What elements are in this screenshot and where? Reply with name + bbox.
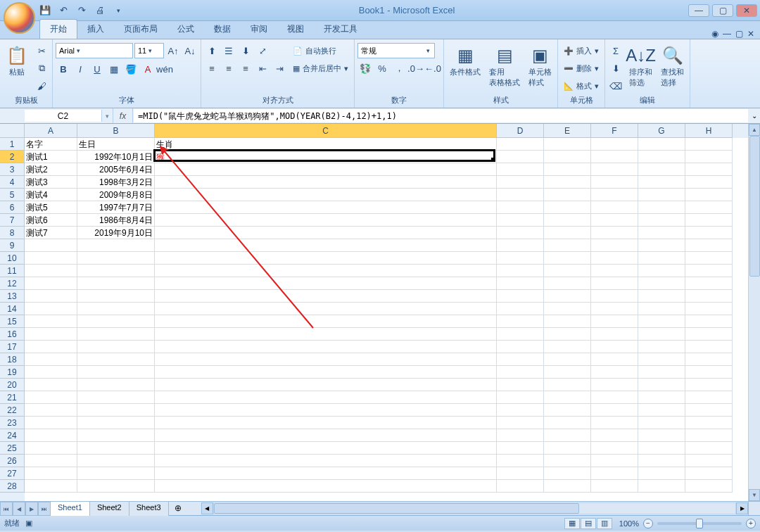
align-top-icon[interactable]: ⬆ — [204, 43, 220, 58]
cell-G16[interactable] — [638, 328, 685, 341]
cell-C15[interactable] — [155, 315, 497, 328]
cell-D1[interactable] — [497, 138, 544, 151]
cell-E13[interactable] — [544, 290, 591, 303]
fx-button[interactable]: fx — [113, 108, 133, 123]
row-header-25[interactable]: 25 — [0, 442, 25, 455]
row-header-8[interactable]: 8 — [0, 227, 25, 239]
cell-A12[interactable] — [25, 277, 77, 290]
cell-D26[interactable] — [497, 455, 544, 467]
row-header-27[interactable]: 27 — [0, 467, 25, 480]
ribbon-tab-5[interactable]: 审阅 — [241, 20, 277, 39]
cell-F12[interactable] — [591, 277, 638, 290]
zoom-out-icon[interactable]: − — [643, 519, 653, 528]
cell-E21[interactable] — [544, 391, 591, 404]
row-header-28[interactable]: 28 — [0, 480, 25, 493]
cell-B4[interactable]: 1998年3月2日 — [77, 176, 155, 189]
cell-H10[interactable] — [685, 252, 733, 265]
col-header-A[interactable]: A — [25, 124, 77, 138]
cell-C6[interactable] — [155, 201, 497, 214]
sheet-nav-prev-icon[interactable]: ◀ — [13, 502, 25, 516]
cell-E8[interactable] — [544, 227, 591, 239]
cell-B19[interactable] — [77, 366, 155, 379]
spreadsheet-grid[interactable]: ABCDEFGH 1234567891011121314151617181920… — [0, 124, 760, 501]
cell-B28[interactable] — [77, 480, 155, 493]
cell-C4[interactable] — [155, 176, 497, 189]
number-format-combo[interactable]: 常规▾ — [357, 43, 435, 58]
cell-E27[interactable] — [544, 467, 591, 480]
sheet-nav-next-icon[interactable]: ▶ — [25, 502, 38, 516]
cell-F21[interactable] — [591, 391, 638, 404]
cell-G14[interactable] — [638, 303, 685, 315]
cell-F11[interactable] — [591, 265, 638, 277]
row-header-22[interactable]: 22 — [0, 404, 25, 417]
cell-H6[interactable] — [685, 201, 733, 214]
cell-G11[interactable] — [638, 265, 685, 277]
cell-H15[interactable] — [685, 315, 733, 328]
align-center-icon[interactable]: ≡ — [221, 61, 236, 76]
cell-F9[interactable] — [591, 239, 638, 252]
cell-A24[interactable] — [25, 429, 77, 442]
cell-G28[interactable] — [638, 480, 685, 493]
cell-A23[interactable] — [25, 417, 77, 429]
cell-A11[interactable] — [25, 265, 77, 277]
cell-H3[interactable] — [685, 163, 733, 176]
col-header-H[interactable]: H — [685, 124, 733, 138]
grow-font-icon[interactable]: A↑ — [165, 43, 181, 58]
cell-F16[interactable] — [591, 328, 638, 341]
cell-C7[interactable] — [155, 214, 497, 227]
cell-H16[interactable] — [685, 328, 733, 341]
cell-C22[interactable] — [155, 404, 497, 417]
cell-G5[interactable] — [638, 189, 685, 201]
cell-F5[interactable] — [591, 189, 638, 201]
cell-F15[interactable] — [591, 315, 638, 328]
underline-icon[interactable]: U — [89, 61, 105, 77]
cell-F18[interactable] — [591, 353, 638, 366]
cell-E20[interactable] — [544, 379, 591, 391]
row-header-24[interactable]: 24 — [0, 429, 25, 442]
hscroll-thumb[interactable] — [214, 503, 579, 514]
cell-G19[interactable] — [638, 366, 685, 379]
cell-H17[interactable] — [685, 341, 733, 353]
vertical-scrollbar[interactable]: ▲ ▼ — [748, 124, 760, 501]
cell-E12[interactable] — [544, 277, 591, 290]
formula-input[interactable]: =MID("鼠牛虎兔龙蛇马羊猴鸡狗猪",MOD(YEAR(B2)-4,12)+1… — [134, 109, 748, 122]
cell-A7[interactable]: 测试6 — [25, 214, 77, 227]
cell-F24[interactable] — [591, 429, 638, 442]
cell-G15[interactable] — [638, 315, 685, 328]
cell-G13[interactable] — [638, 290, 685, 303]
cell-G26[interactable] — [638, 455, 685, 467]
italic-icon[interactable]: I — [72, 61, 88, 77]
cell-F6[interactable] — [591, 201, 638, 214]
cell-B14[interactable] — [77, 303, 155, 315]
cell-H1[interactable] — [685, 138, 733, 151]
cell-C23[interactable] — [155, 417, 497, 429]
scroll-left-icon[interactable]: ◀ — [201, 502, 213, 514]
cell-B15[interactable] — [77, 315, 155, 328]
cell-C2[interactable]: 猴 — [155, 151, 497, 163]
orientation-icon[interactable]: ⤢ — [255, 43, 270, 58]
cell-E9[interactable] — [544, 239, 591, 252]
cell-B26[interactable] — [77, 455, 155, 467]
cell-B24[interactable] — [77, 429, 155, 442]
row-header-23[interactable]: 23 — [0, 417, 25, 429]
cell-F3[interactable] — [591, 163, 638, 176]
col-header-F[interactable]: F — [591, 124, 638, 138]
font-size-combo[interactable]: 11▾ — [134, 43, 164, 58]
cell-E19[interactable] — [544, 366, 591, 379]
cell-F23[interactable] — [591, 417, 638, 429]
cell-E26[interactable] — [544, 455, 591, 467]
cell-F8[interactable] — [591, 227, 638, 239]
align-left-icon[interactable]: ≡ — [204, 61, 220, 76]
cell-A10[interactable] — [25, 252, 77, 265]
cell-B11[interactable] — [77, 265, 155, 277]
cell-C27[interactable] — [155, 467, 497, 480]
cell-B7[interactable]: 1986年8月4日 — [77, 214, 155, 227]
save-icon[interactable]: 💾 — [38, 4, 52, 18]
cell-G24[interactable] — [638, 429, 685, 442]
sheet-tab-Sheet3[interactable]: Sheet3 — [129, 502, 169, 516]
cell-G27[interactable] — [638, 467, 685, 480]
cell-E5[interactable] — [544, 189, 591, 201]
fill-color-icon[interactable]: 🪣 — [123, 61, 139, 77]
row-header-11[interactable]: 11 — [0, 265, 25, 277]
cell-B27[interactable] — [77, 467, 155, 480]
